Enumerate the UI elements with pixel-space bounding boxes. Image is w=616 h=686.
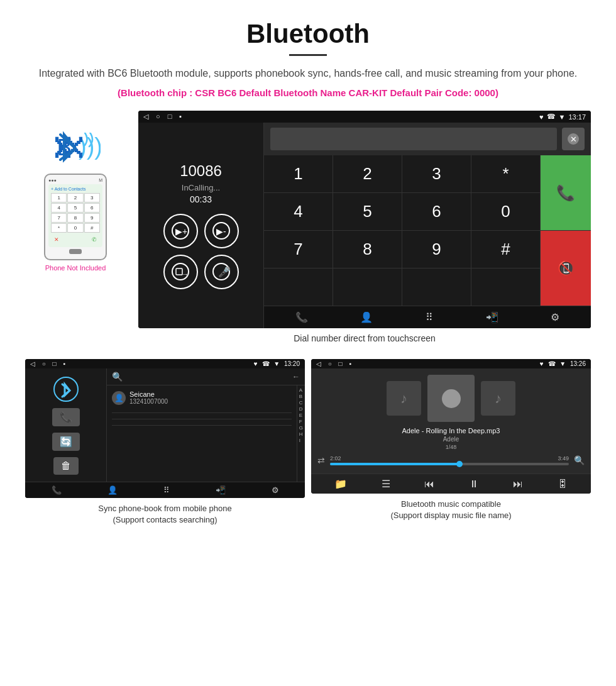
volume-up-button[interactable]: ▶+: [163, 214, 198, 248]
music-back-icon: ◁: [316, 360, 321, 367]
music-statusbar: ◁ ○ □ ▪ ♥ ☎ ▼ 13:26: [311, 359, 591, 368]
volume-down-button[interactable]: ▶-: [204, 214, 239, 248]
mini-key-5: 5: [67, 203, 83, 213]
key-empty-1: [264, 268, 333, 306]
key-7[interactable]: 7: [264, 231, 333, 268]
play-pause-icon[interactable]: ⏸: [469, 479, 479, 490]
pb-nav-settings-icon[interactable]: ⚙: [272, 485, 279, 495]
music-status-icons: ♥ ☎ ▼ 13:26: [540, 360, 586, 367]
pb-nav-contacts-icon[interactable]: 👤: [107, 485, 118, 495]
key-4[interactable]: 4: [264, 193, 333, 230]
key-1[interactable]: 1: [264, 155, 333, 192]
music-card: ◁ ○ □ ▪ ♥ ☎ ▼ 13:26 ♪: [311, 359, 591, 528]
mini-key-3: 3: [84, 193, 100, 202]
mini-phone-bottom: ✕ ✆: [51, 235, 100, 245]
nav-call-icon[interactable]: 📞: [295, 311, 308, 323]
music-nav-icons: ◁ ○ □ ▪: [316, 360, 351, 367]
mini-key-7: 7: [51, 213, 67, 223]
pb-time: 13:20: [284, 360, 300, 367]
progress-container: 2:02 3:49: [330, 455, 569, 465]
bluetooth-icon-area: B̸ )))) ⯵: [50, 130, 101, 167]
key-empty-4: [471, 268, 540, 306]
key-hash[interactable]: #: [471, 231, 540, 268]
pb-search-bar: 🔍 ←: [107, 368, 305, 385]
folder-icon[interactable]: 📁: [334, 478, 347, 490]
dialer-bottom-nav: 📞 👤 ⠿ 📲 ⚙: [264, 306, 591, 328]
music-loc-icon: ♥: [540, 360, 544, 367]
nav-settings-icon[interactable]: ⚙: [551, 311, 559, 323]
contact-row-empty-2: [112, 414, 292, 419]
mini-key-0: 0: [67, 223, 83, 233]
album-center-dot: [442, 389, 461, 408]
page-title: Bluetooth: [38, 19, 578, 49]
progress-bar[interactable]: [330, 463, 569, 465]
pb-loc-icon: ♥: [254, 360, 258, 367]
music-progress-row: ⇄ 2:02 3:49 🔍: [317, 453, 585, 467]
music-note-right-icon: ♪: [495, 390, 502, 407]
time-current: 2:02: [330, 455, 341, 462]
key-5[interactable]: 5: [333, 193, 402, 230]
alpha-g: G: [299, 425, 303, 431]
pb-search-icon: 🔍: [112, 372, 123, 382]
key-2[interactable]: 2: [333, 155, 402, 192]
pb-phone-btn[interactable]: 📞: [28, 408, 103, 426]
prev-icon[interactable]: ⏮: [424, 479, 434, 490]
pb-nav-dialpad-icon[interactable]: ⠿: [163, 485, 170, 495]
key-0[interactable]: 0: [471, 193, 540, 230]
time-display: 13:17: [568, 113, 586, 121]
contact-details: Seicane 13241007000: [129, 390, 168, 405]
music-notif-icon: ▪: [349, 360, 351, 367]
back-icon: ◁: [143, 113, 148, 121]
call-end-button[interactable]: 📵: [541, 231, 591, 306]
nav-transfer2-icon[interactable]: 📲: [486, 311, 498, 323]
dialer-timer: 00:33: [190, 194, 212, 204]
equalizer-icon[interactable]: 🎛: [558, 479, 568, 490]
dialer-caption: Dial number direct from touchscreen: [138, 328, 591, 353]
key-8[interactable]: 8: [333, 231, 402, 268]
keypad-grid: 1 2 3 * 📞 4 5 6 0 7: [264, 155, 591, 306]
dialer-body: 10086 InCalling... 00:33 ▶+: [138, 123, 591, 328]
phonebook-screen: ◁ ○ □ ▪ ♥ ☎ ▼ 13:20: [25, 359, 305, 498]
pb-bluetooth-btn[interactable]: [28, 373, 103, 405]
backspace-button[interactable]: ✕: [562, 128, 585, 150]
dialer-input-field[interactable]: [270, 128, 557, 150]
next-icon[interactable]: ⏭: [513, 479, 523, 490]
music-info: Adele - Rolling In the Deep.mp3 Adele 1/…: [402, 427, 500, 450]
key-star[interactable]: *: [471, 155, 540, 192]
key-6[interactable]: 6: [402, 193, 471, 230]
pb-nav-transfer-icon[interactable]: 📲: [216, 485, 226, 495]
dialer-controls: ▶+ ▶-: [163, 214, 239, 289]
transfer-button[interactable]: →: [163, 255, 198, 289]
album-art-center: ♪: [427, 375, 475, 422]
music-title: Adele - Rolling In the Deep.mp3: [402, 427, 500, 434]
call-end-icon: 📵: [558, 260, 575, 277]
nav-dialpad-icon[interactable]: ⠿: [426, 311, 433, 323]
dialer-left-panel: 10086 InCalling... 00:33 ▶+: [138, 123, 264, 328]
pb-contacts-list: 👤 Seicane 13241007000: [107, 385, 297, 482]
music-call-icon: ☎: [548, 360, 556, 367]
pb-refresh-btn[interactable]: 🔄: [28, 433, 103, 451]
mini-phone-screen: + Add to Contacts 1 2 3 4 5 6 7 8 9 * 0 …: [48, 184, 102, 247]
alpha-c: C: [299, 400, 303, 406]
call-icon: ☎: [547, 113, 556, 121]
music-search-icon[interactable]: 🔍: [574, 455, 585, 465]
call-accept-icon: 📞: [556, 184, 575, 202]
playlist-icon[interactable]: ☰: [382, 478, 390, 490]
statusbar-nav-icons: ◁ ○ □ ▪: [143, 113, 182, 121]
phonebook-caption: Sync phone-book from mobile phone (Suppo…: [25, 498, 305, 528]
pb-nav-call-icon[interactable]: 📞: [52, 485, 62, 495]
call-accept-button[interactable]: 📞: [541, 155, 591, 230]
list-item[interactable]: 👤 Seicane 13241007000: [112, 389, 292, 407]
key-9[interactable]: 9: [402, 231, 471, 268]
shuffle-icon[interactable]: ⇄: [317, 455, 325, 465]
dialer-statusbar: ◁ ○ □ ▪ ♥ ☎ ▼ 13:17: [138, 111, 591, 123]
pb-main: 🔍 ← 👤 Seicane 13241007000: [107, 368, 305, 482]
mute-button[interactable]: 🎤: [204, 255, 239, 289]
mini-key-9: 9: [84, 213, 100, 223]
pb-bottom-nav: 📞 👤 ⠿ 📲 ⚙: [25, 482, 305, 498]
nav-contacts-icon[interactable]: 👤: [360, 311, 373, 323]
svg-text:🎤: 🎤: [218, 266, 230, 278]
pb-delete-btn[interactable]: 🗑: [28, 457, 103, 475]
notification-icon: ▪: [179, 113, 182, 121]
key-3[interactable]: 3: [402, 155, 471, 192]
